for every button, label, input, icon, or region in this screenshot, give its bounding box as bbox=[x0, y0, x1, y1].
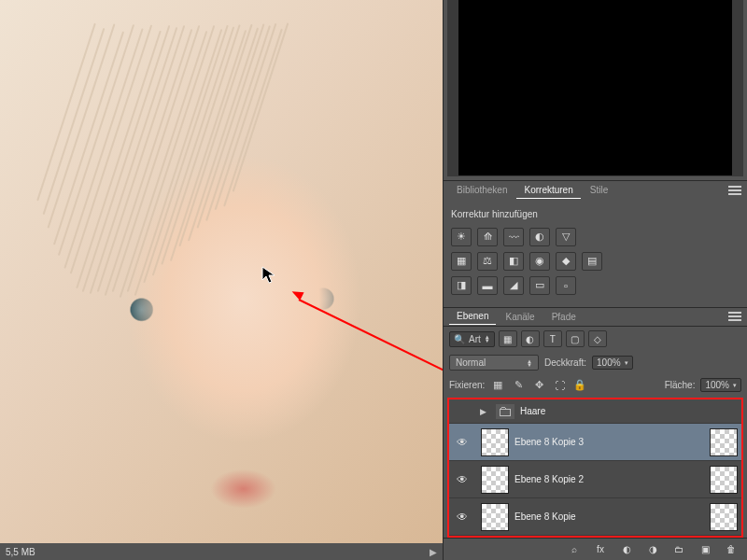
tab-kanaele[interactable]: Kanäle bbox=[498, 309, 542, 325]
lock-position-icon[interactable]: ✥ bbox=[531, 379, 546, 392]
opacity-value: 100% bbox=[597, 357, 621, 368]
layer-fx-icon[interactable]: fx bbox=[592, 542, 609, 557]
gradient-map-icon[interactable]: ▭ bbox=[529, 276, 550, 295]
group-disclose-icon[interactable]: ▶ bbox=[475, 407, 490, 416]
layer-name[interactable]: Ebene 8 Kopie 3 bbox=[514, 437, 584, 447]
layer-name[interactable]: Ebene 8 Kopie 2 bbox=[514, 474, 584, 484]
adjustments-panel: Korrektur hinzufügen ☀ ⟰ 〰 ◐ ▽ ▦ ⚖ ◧ ◉ ◆… bbox=[444, 200, 747, 307]
document-canvas[interactable] bbox=[0, 0, 443, 543]
right-panels: Bibliotheken Korrekturen Stile Korrektur… bbox=[443, 0, 747, 560]
lock-transparency-icon[interactable]: ▦ bbox=[490, 379, 505, 392]
blend-opacity-row: Normal ▲▼ Deckkraft: 100%▾ bbox=[444, 351, 747, 374]
opacity-label: Deckkraft: bbox=[544, 357, 586, 368]
layer-row[interactable]: 👁 Ebene 8 Kopie 3 bbox=[449, 424, 741, 461]
vibrance-icon[interactable]: ▽ bbox=[556, 228, 576, 246]
status-bar: 5,5 MB ▶ bbox=[0, 543, 443, 560]
link-layers-icon[interactable]: ⌕ bbox=[566, 542, 583, 557]
selective-color-icon[interactable]: ▫ bbox=[556, 276, 576, 295]
lock-paint-icon[interactable]: ✎ bbox=[511, 379, 526, 392]
delete-layer-icon[interactable]: 🗑 bbox=[723, 542, 740, 557]
lock-label: Fixieren: bbox=[449, 380, 485, 390]
exposure-icon[interactable]: ◐ bbox=[529, 228, 550, 246]
filter-adjust-icon[interactable]: ◐ bbox=[521, 330, 540, 347]
layers-tab-bar: Ebenen Kanäle Pfade bbox=[444, 307, 747, 326]
layer-filter-kind-label: Art bbox=[469, 334, 481, 344]
statusbar-arrow-icon[interactable]: ▶ bbox=[430, 547, 437, 557]
channel-mixer-icon[interactable]: ◆ bbox=[556, 252, 576, 271]
photo-filter-icon[interactable]: ◉ bbox=[529, 252, 550, 271]
tab-korrekturen[interactable]: Korrekturen bbox=[516, 182, 580, 199]
layer-name[interactable]: Haare bbox=[520, 406, 545, 416]
panel-menu-icon[interactable] bbox=[728, 186, 741, 195]
layer-thumbnail[interactable] bbox=[481, 466, 509, 494]
layer-group-haare[interactable]: ▶ 🗀 Haare bbox=[449, 399, 741, 424]
layer-mask-thumbnail[interactable] bbox=[710, 466, 738, 494]
add-mask-icon[interactable]: ◐ bbox=[618, 542, 635, 557]
filter-shape-icon[interactable]: ▢ bbox=[566, 330, 585, 347]
annotation-arrow bbox=[299, 299, 443, 402]
adjustments-tab-bar: Bibliotheken Korrekturen Stile bbox=[444, 180, 747, 199]
move-cursor-icon bbox=[261, 266, 280, 290]
curves-icon[interactable]: 〰 bbox=[503, 228, 524, 246]
layer-filter-kind[interactable]: 🔍 Art ▲▼ bbox=[449, 331, 495, 347]
layer-row[interactable]: 👁 Ebene 8 Kopie 2 bbox=[449, 461, 741, 498]
filter-type-icon[interactable]: T bbox=[543, 330, 562, 347]
filter-pixel-icon[interactable]: ▦ bbox=[499, 330, 517, 347]
fill-label: Fläche: bbox=[665, 380, 696, 390]
tab-stile[interactable]: Stile bbox=[583, 182, 615, 198]
invert-icon[interactable]: ◨ bbox=[451, 276, 472, 295]
levels-icon[interactable]: ⟰ bbox=[477, 228, 498, 246]
canvas-area[interactable]: 5,5 MB ▶ bbox=[0, 0, 443, 560]
visibility-toggle[interactable]: 👁 bbox=[449, 473, 475, 486]
filter-smart-icon[interactable]: ◇ bbox=[588, 330, 607, 347]
new-layer-icon[interactable]: ▣ bbox=[697, 542, 713, 557]
opacity-input[interactable]: 100%▾ bbox=[592, 356, 633, 370]
blend-mode-select[interactable]: Normal ▲▼ bbox=[449, 355, 539, 371]
layers-panel-menu-icon[interactable] bbox=[728, 312, 741, 321]
posterize-icon[interactable]: ▬ bbox=[477, 276, 498, 295]
layers-bottom-bar: ⌕ fx ◐ ◑ 🗀 ▣ 🗑 bbox=[444, 538, 747, 560]
lock-fill-row: Fixieren: ▦ ✎ ✥ ⛶ 🔒 Fläche: 100%▾ bbox=[444, 374, 747, 396]
search-icon: 🔍 bbox=[454, 334, 465, 344]
layer-thumbnail[interactable] bbox=[481, 503, 509, 531]
layers-filter-row: 🔍 Art ▲▼ ▦ ◐ T ▢ ◇ bbox=[444, 326, 747, 351]
bw-icon[interactable]: ◧ bbox=[503, 252, 524, 271]
layer-row[interactable]: 👁 Ebene 8 Kopie bbox=[449, 498, 741, 536]
layer-mask-thumbnail[interactable] bbox=[710, 428, 738, 456]
fill-value: 100% bbox=[705, 380, 729, 390]
folder-icon: 🗀 bbox=[496, 404, 514, 419]
brightness-contrast-icon[interactable]: ☀ bbox=[451, 228, 472, 246]
threshold-icon[interactable]: ◢ bbox=[503, 276, 524, 295]
layer-list: ▶ 🗀 Haare 👁 Ebene 8 Kopie 3 👁 Ebene 8 Ko… bbox=[447, 398, 743, 538]
hue-sat-icon[interactable]: ▦ bbox=[451, 252, 472, 271]
tab-ebenen[interactable]: Ebenen bbox=[449, 308, 496, 325]
new-group-icon[interactable]: 🗀 bbox=[670, 542, 687, 557]
lock-all-icon[interactable]: 🔒 bbox=[572, 379, 587, 392]
color-lookup-icon[interactable]: ▤ bbox=[582, 252, 602, 271]
navigator-preview[interactable] bbox=[447, 0, 743, 176]
tab-pfade[interactable]: Pfade bbox=[544, 309, 584, 325]
visibility-toggle[interactable]: 👁 bbox=[449, 511, 475, 524]
doc-size-label: 5,5 MB bbox=[6, 547, 35, 557]
fill-input[interactable]: 100%▾ bbox=[700, 378, 741, 392]
adjustments-title: Korrektur hinzufügen bbox=[451, 209, 538, 219]
blend-mode-value: Normal bbox=[456, 357, 486, 368]
layer-name[interactable]: Ebene 8 Kopie bbox=[514, 511, 576, 522]
color-balance-icon[interactable]: ⚖ bbox=[477, 252, 498, 271]
visibility-toggle[interactable]: 👁 bbox=[449, 436, 475, 449]
lock-artboard-icon[interactable]: ⛶ bbox=[552, 379, 567, 392]
tab-bibliotheken[interactable]: Bibliotheken bbox=[449, 182, 514, 198]
layer-mask-thumbnail[interactable] bbox=[710, 503, 738, 531]
new-adjustment-icon[interactable]: ◑ bbox=[644, 542, 661, 557]
layer-thumbnail[interactable] bbox=[481, 428, 509, 456]
